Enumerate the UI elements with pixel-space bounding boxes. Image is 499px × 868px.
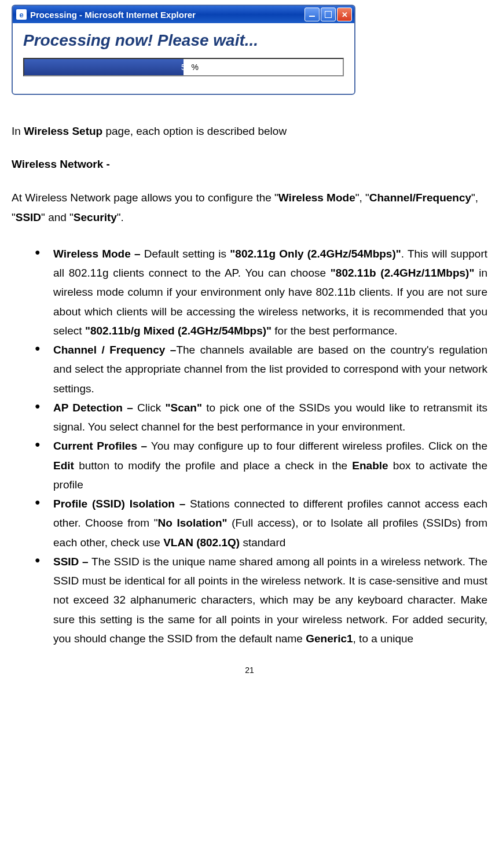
- bold-text: Edit: [53, 459, 74, 472]
- list-item: Current Profiles – You may configure up …: [35, 436, 487, 494]
- text: The SSID is the unique name shared among…: [53, 556, 487, 645]
- bold-text: Wireless Setup: [24, 125, 102, 137]
- text: At Wireless Network page allows you to c…: [12, 192, 278, 204]
- bold-text: "802.11b/g Mixed (2.4GHz/54Mbps)": [85, 325, 271, 337]
- text: Default setting is: [144, 248, 230, 260]
- bold-text: VLAN (802.1Q): [163, 536, 240, 549]
- bold-text: Current Profiles –: [53, 440, 151, 452]
- list-item: Profile (SSID) Isolation – Stations conn…: [35, 494, 487, 552]
- bold-text: Channel / Frequency –: [53, 344, 176, 356]
- list-item: Wireless Mode – Default setting is "802.…: [35, 244, 487, 340]
- bold-text: "Scan": [166, 402, 202, 414]
- document-page: e Processing - Microsoft Internet Explor…: [0, 0, 499, 686]
- maximize-button[interactable]: [321, 8, 336, 21]
- bullet-list: Wireless Mode – Default setting is "802.…: [12, 244, 487, 648]
- page-number: 21: [12, 665, 487, 675]
- text: ".: [117, 211, 124, 223]
- text: page, each option is described below: [102, 125, 287, 137]
- text: In: [12, 125, 24, 137]
- text: Click: [137, 402, 165, 414]
- bold-text: Enable: [352, 459, 388, 472]
- text: " and ": [41, 211, 74, 223]
- window-controls: ✕: [304, 8, 354, 21]
- progress-bar: 50%: [23, 58, 344, 76]
- bold-text: Channel/Frequency: [369, 192, 471, 204]
- ie-window: e Processing - Microsoft Internet Explor…: [12, 5, 355, 95]
- bold-text: No Isolation": [158, 517, 228, 529]
- progress-percent: 50: [181, 62, 190, 72]
- bold-text: Wireless Mode –: [53, 248, 144, 260]
- config-intro-paragraph: At Wireless Network page allows you to c…: [12, 188, 487, 227]
- text: button to modify the profile and place a…: [74, 459, 352, 472]
- bold-text: SSID –: [53, 556, 91, 568]
- text: ", ": [355, 192, 369, 204]
- progress-fill: [24, 59, 184, 75]
- bold-text: "802.11b (2.4GHz/11Mbps)": [331, 267, 475, 279]
- bold-text: SSID: [16, 211, 41, 223]
- bold-text: Security: [74, 211, 117, 223]
- list-item: Channel / Frequency –The channels availa…: [35, 340, 487, 398]
- text: , to a unique: [353, 632, 414, 645]
- text: You may configure up to four different w…: [151, 440, 487, 452]
- section-heading: Wireless Network -: [12, 158, 487, 171]
- ie-logo-icon: e: [16, 9, 27, 20]
- close-button[interactable]: ✕: [337, 8, 352, 21]
- bold-text: Wireless Mode: [278, 192, 355, 204]
- window-titlebar: e Processing - Microsoft Internet Explor…: [13, 6, 354, 23]
- bold-text: AP Detection –: [53, 402, 137, 414]
- text: standard: [240, 536, 285, 549]
- list-item: SSID – The SSID is the unique name share…: [35, 552, 487, 648]
- bold-text: "802.11g Only (2.4GHz/54Mbps)": [230, 248, 401, 260]
- text: for the best performance.: [271, 325, 398, 337]
- window-content: Processing now! Please wait... 50%: [13, 23, 354, 94]
- window-title: Processing - Microsoft Internet Explorer: [30, 10, 304, 20]
- minimize-button[interactable]: [304, 8, 320, 21]
- progress-label: 50%: [181, 62, 199, 72]
- intro-paragraph: In Wireless Setup page, each option is d…: [12, 122, 487, 141]
- list-item: AP Detection – Click "Scan" to pick one …: [35, 398, 487, 437]
- bold-text: Profile (SSID) Isolation –: [53, 498, 190, 510]
- percent-symbol: %: [192, 62, 199, 72]
- processing-heading: Processing now! Please wait...: [23, 31, 344, 50]
- bold-text: Generic1: [306, 632, 353, 645]
